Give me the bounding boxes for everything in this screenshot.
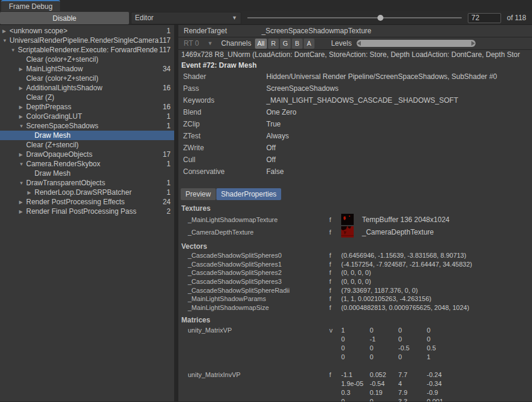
expand-arrow-icon[interactable]: ▶ bbox=[27, 190, 34, 195]
matrix-cell: 0 bbox=[370, 344, 398, 353]
tree-item-count: 117 bbox=[159, 36, 174, 45]
tree-item[interactable]: ▼UniversalRenderPipeline.RenderSingleCam… bbox=[0, 36, 174, 45]
tree-item[interactable]: ▼ScriptableRenderer.Execute: ForwardRend… bbox=[0, 45, 174, 55]
tree-item[interactable]: Clear (Z) bbox=[0, 93, 174, 102]
tree-item[interactable]: ▼Camera.RenderSkybox1 bbox=[0, 159, 174, 169]
expand-arrow-icon[interactable]: ▶ bbox=[2, 29, 10, 34]
event-title: Event #72: Draw Mesh bbox=[178, 60, 532, 71]
property-label: ZClip bbox=[178, 120, 266, 128]
vector-type: f bbox=[329, 269, 341, 276]
expand-arrow-icon[interactable]: ▶ bbox=[19, 152, 26, 157]
channel-button-a[interactable]: A bbox=[304, 39, 314, 49]
render-target-format-info: 1469x728 R8_UNorm (LoadAction: DontCare,… bbox=[178, 50, 532, 60]
channel-button-g[interactable]: G bbox=[280, 39, 291, 49]
matrix-values: -1.10.0527.7-0.241.9e-05-0.544-0.340.30.… bbox=[341, 371, 455, 401]
frame-slider-thumb[interactable] bbox=[377, 15, 383, 21]
tree-item[interactable]: Draw Mesh bbox=[0, 169, 174, 178]
vector-value: (0, 0, 0, 0) bbox=[341, 269, 371, 276]
matrix-cell: 0.3 bbox=[341, 388, 370, 397]
vector-row: _CascadeShadowSplitSphereRadiif(79.33697… bbox=[178, 286, 532, 295]
matrix-cell: -0.54 bbox=[370, 379, 398, 388]
depth-thumbnail bbox=[341, 226, 354, 238]
frame-slider-track[interactable] bbox=[247, 17, 462, 18]
property-label: Pass bbox=[178, 84, 266, 93]
vectors-section: _CascadeShadowSplitSpheres0f(0.6456946, … bbox=[178, 251, 532, 312]
channel-button-r[interactable]: R bbox=[268, 39, 279, 49]
matrix-cell: 0 bbox=[341, 397, 370, 401]
textures-section: _MainLightShadowmapTexturefTempBuffer 13… bbox=[178, 213, 532, 238]
vector-type: f bbox=[329, 261, 341, 268]
tree-item[interactable]: ▶Render Final PostProcessing Pass2 bbox=[0, 207, 174, 216]
expand-arrow-icon[interactable]: ▶ bbox=[19, 86, 26, 91]
property-label: ZWrite bbox=[178, 144, 266, 152]
tree-item[interactable]: ▼DrawTransparentObjects1 bbox=[0, 178, 174, 188]
expand-arrow-icon[interactable]: ▶ bbox=[19, 200, 26, 205]
levels-max-handle[interactable] bbox=[471, 41, 475, 46]
target-dropdown-value: Editor bbox=[135, 14, 153, 22]
vector-type: f bbox=[329, 295, 341, 302]
tree-item[interactable]: ▶<unknown scope>1 bbox=[0, 26, 174, 36]
channel-button-b[interactable]: B bbox=[292, 39, 303, 49]
vector-type: f bbox=[329, 304, 341, 311]
property-row: BlendOne Zero bbox=[178, 106, 532, 118]
vector-row: _CascadeShadowSplitSpheres3f(0, 0, 0, 0) bbox=[178, 277, 532, 286]
tree-item[interactable]: ▶DepthPrepass16 bbox=[0, 102, 174, 112]
tree-item[interactable]: ▶RenderLoop.DrawSRPBatcher1 bbox=[0, 188, 174, 197]
tab-shaderproperties[interactable]: ShaderProperties bbox=[216, 188, 281, 200]
collapse-arrow-icon[interactable]: ▼ bbox=[19, 124, 26, 129]
rt-index-dropdown[interactable]: RT 0 ▼ bbox=[178, 39, 216, 48]
disable-button[interactable]: Disable bbox=[0, 12, 129, 24]
render-target-value: _ScreenSpaceShadowmapTexture bbox=[262, 27, 372, 35]
collapse-arrow-icon[interactable]: ▼ bbox=[11, 48, 18, 53]
expand-arrow-icon[interactable]: ▶ bbox=[19, 114, 26, 119]
tree-item[interactable]: ▼ScreenSpaceShadows1 bbox=[0, 121, 174, 131]
levels-range-slider[interactable] bbox=[357, 40, 476, 47]
collapse-arrow-icon[interactable]: ▼ bbox=[19, 181, 26, 186]
render-target-row: RenderTarget _ScreenSpaceShadowmapTextur… bbox=[178, 25, 532, 37]
matrix-cell: 1.9e-05 bbox=[341, 379, 370, 388]
tree-item[interactable]: Clear (color+Z+stencil) bbox=[0, 55, 174, 64]
collapse-arrow-icon[interactable]: ▼ bbox=[19, 162, 26, 167]
tree-item-label: RenderLoop.DrawSRPBatcher bbox=[34, 188, 166, 197]
collapse-arrow-icon[interactable]: ▼ bbox=[2, 38, 10, 43]
matrix-cell: 0 bbox=[398, 335, 427, 344]
tree-item[interactable]: Draw Mesh bbox=[0, 131, 174, 140]
vector-value: (0, 0, 0, 0) bbox=[341, 278, 371, 285]
tree-item[interactable]: ▶AdditionalLightsShadow16 bbox=[0, 83, 174, 93]
tree-item-count: 24 bbox=[163, 198, 174, 206]
matrix-type: v bbox=[329, 326, 341, 362]
tree-item-count: 16 bbox=[163, 103, 174, 111]
tree-item-label: Render PostProcessing Effects bbox=[26, 198, 163, 206]
vector-value: (0.6456946, -1.15639, -3.831568, 8.90713… bbox=[341, 252, 466, 259]
frame-number-input[interactable] bbox=[468, 13, 501, 23]
tree-item[interactable]: Clear (Z+stencil) bbox=[0, 140, 174, 150]
tree-item[interactable]: ▶MainLightShadow34 bbox=[0, 64, 174, 74]
window-tab-bar: Frame Debug bbox=[0, 0, 532, 11]
vector-row: _MainLightShadowmapSizef(0.0004882813, 0… bbox=[178, 303, 532, 312]
tree-item[interactable]: ▶ColorGradingLUT1 bbox=[0, 112, 174, 121]
levels-min-handle[interactable] bbox=[357, 41, 361, 46]
expand-arrow-icon[interactable]: ▶ bbox=[19, 67, 26, 72]
tab-preview[interactable]: Preview bbox=[181, 188, 216, 200]
matrix-name: unity_MatrixInvVP bbox=[178, 371, 329, 401]
tree-item-label: AdditionalLightsShadow bbox=[26, 84, 163, 92]
frame-slider[interactable] bbox=[247, 11, 462, 24]
tab-frame-debug[interactable]: Frame Debug bbox=[1, 0, 60, 11]
expand-arrow-icon[interactable]: ▶ bbox=[19, 209, 26, 214]
target-dropdown[interactable]: Editor ▼ bbox=[131, 12, 241, 24]
tree-item[interactable]: ▶Render PostProcessing Effects24 bbox=[0, 197, 174, 207]
detail-subtabs: PreviewShaderProperties bbox=[178, 188, 532, 200]
matrix-cell: 0 bbox=[370, 353, 398, 362]
vector-row: _MainLightShadowParamsf(1, 1, 0.00210526… bbox=[178, 295, 532, 303]
matrix-cell: 0 bbox=[341, 344, 370, 353]
expand-arrow-icon[interactable]: ▶ bbox=[19, 105, 26, 110]
panel-splitter[interactable] bbox=[174, 25, 178, 401]
property-label: Keywords bbox=[178, 96, 266, 105]
vector-value: (-4.157254, -7.924587, -21.64447, 34.458… bbox=[341, 261, 472, 268]
texture-name: _CameraDepthTexture bbox=[178, 229, 329, 236]
matrix-cell: 0 bbox=[341, 335, 370, 344]
tree-item-label: UniversalRenderPipeline.RenderSingleCame… bbox=[10, 36, 159, 45]
channel-button-all[interactable]: All bbox=[255, 39, 267, 49]
tree-item[interactable]: ▶DrawOpaqueObjects17 bbox=[0, 150, 174, 159]
tree-item[interactable]: Clear (color+Z+stencil) bbox=[0, 74, 174, 83]
